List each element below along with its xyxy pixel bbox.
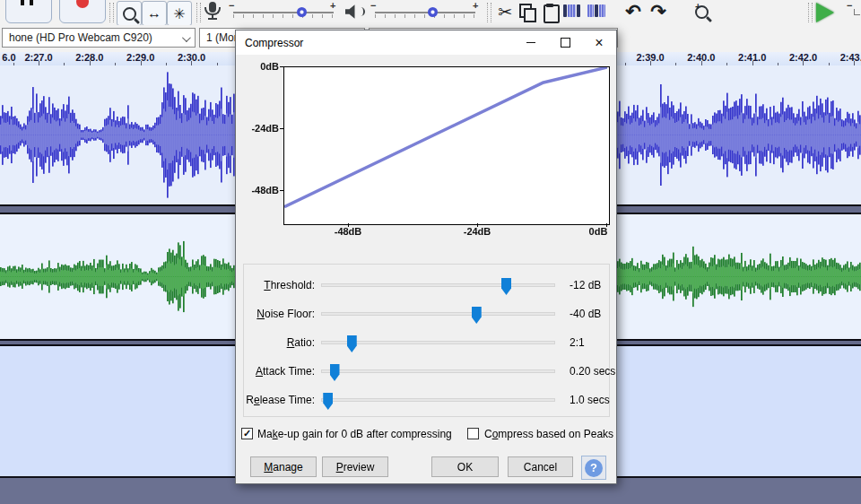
ruler-label: 6.0 (2, 52, 15, 63)
multitool-icon: ✳ (173, 5, 185, 22)
scissors-icon: ✂ (498, 2, 512, 22)
playback-slider-min-label: − (370, 0, 376, 11)
magnifier-icon (123, 7, 136, 21)
plot-x-tick-label: -24dB (464, 226, 491, 237)
recording-device-value: hone (HD Pro Webcam C920) (9, 31, 152, 44)
release-time-label: Release Time: (236, 394, 315, 406)
recording-device-dropdown[interactable]: hone (HD Pro Webcam C920) (2, 28, 196, 48)
dialog-titlebar[interactable]: Compressor × (236, 30, 616, 55)
plot-y-tick (280, 66, 283, 67)
attack-time-value: 0.20 secs (570, 365, 615, 378)
trim-audio-icon (563, 4, 567, 17)
attack-time-slider[interactable] (321, 369, 555, 373)
compressor-dialog: Compressor × Threshold: -12 dB Noise Flo… (235, 30, 617, 484)
silence-audio-icon (587, 4, 594, 17)
partial-slider-stub (854, 9, 860, 15)
playback-slider-ticks (375, 14, 475, 18)
redo-button[interactable]: ↷ (648, 1, 669, 22)
compress-peaks-label: Compress based on Peaks (484, 428, 613, 440)
ratio-value: 2:1 (570, 336, 585, 349)
record-icon (76, 0, 89, 8)
plot-x-tick (348, 223, 349, 227)
playback-volume-slider[interactable] (375, 12, 475, 13)
close-icon: × (595, 36, 603, 50)
chevron-down-icon (182, 33, 191, 42)
plot-y-tick-label: -24dB (239, 123, 279, 134)
microphone-icon (204, 2, 221, 20)
speaker-icon (345, 4, 365, 21)
noise-floor-label: Noise Floor: (236, 308, 315, 320)
maximize-icon (561, 38, 570, 48)
close-button[interactable]: × (582, 30, 616, 55)
toolbar-grip[interactable] (196, 3, 201, 22)
compression-curve-line (284, 67, 607, 207)
help-icon: ? (585, 459, 603, 477)
undo-button[interactable]: ↶ (622, 1, 644, 22)
plot-x-tick (477, 223, 478, 227)
plot-x-tick (606, 223, 607, 227)
manage-button[interactable]: Manage (250, 456, 317, 477)
ruler-label: 2:43.0 (840, 52, 861, 63)
zoom-tool-button[interactable] (117, 1, 142, 26)
threshold-value: -12 dB (570, 279, 601, 291)
minimize-button[interactable] (514, 30, 548, 55)
ratio-slider-thumb[interactable] (347, 335, 357, 352)
play-icon (816, 3, 834, 22)
noise-floor-slider-thumb[interactable] (472, 307, 482, 324)
recording-volume-slider[interactable] (233, 12, 334, 13)
attack-time-label: Attack Time: (236, 365, 315, 378)
release-time-slider[interactable] (321, 398, 555, 402)
cancel-button[interactable]: Cancel (508, 456, 573, 477)
threshold-slider[interactable] (321, 283, 555, 287)
noise-floor-slider[interactable] (321, 312, 555, 316)
compress-peaks-checkbox[interactable] (467, 428, 479, 439)
partial-slider-min-label: − (847, 0, 852, 11)
plot-x-tick-label: -48dB (335, 226, 362, 237)
ok-button[interactable]: OK (431, 456, 499, 477)
play-button[interactable] (816, 3, 834, 22)
zoom-in-button[interactable]: + (691, 1, 712, 22)
main-toolbar: ↔ ✳ − + − + ✂ ↶ ↷ + − ↔ ⊢⊣ − (0, 0, 861, 26)
toolbar-grip[interactable] (808, 3, 813, 22)
transport-glyph-icon (21, 0, 24, 5)
plot-y-tick (280, 128, 283, 129)
transport-glyph-icon (30, 0, 33, 5)
silence-audio-button[interactable] (587, 4, 605, 17)
plot-y-tick-label: -48dB (239, 185, 279, 196)
maximize-button[interactable] (548, 30, 582, 55)
plot-x-tick-label: 0dB (589, 226, 608, 237)
plot-y-tick-label: 0dB (239, 61, 279, 72)
help-button[interactable]: ? (581, 456, 606, 480)
ratio-label: Ratio: (236, 336, 315, 349)
playback-slider-max-label: + (473, 0, 478, 11)
toolbar-grip[interactable] (487, 3, 491, 22)
preview-button[interactable]: Preview (322, 456, 388, 477)
redo-icon: ↷ (650, 1, 666, 22)
cut-button[interactable]: ✂ (495, 2, 515, 22)
timeshift-icon: ↔ (147, 5, 161, 22)
record-button-partial[interactable] (59, 0, 106, 23)
makeup-gain-label: Make-up gain for 0 dB after compressing (257, 428, 452, 440)
compression-curve-plot (283, 66, 610, 225)
noise-floor-value: -40 dB (570, 308, 601, 320)
makeup-gain-checkbox[interactable]: ✓ (241, 428, 253, 439)
threshold-label: Threshold: (236, 279, 315, 291)
multi-tool-button[interactable]: ✳ (167, 1, 192, 26)
paste-button[interactable] (542, 4, 561, 23)
copy-button[interactable] (518, 3, 538, 22)
minimize-icon (526, 42, 535, 43)
recording-slider-ticks (233, 14, 334, 18)
trim-audio-button[interactable] (563, 4, 580, 17)
attack-time-slider-thumb[interactable] (330, 364, 340, 381)
paste-icon (544, 4, 560, 23)
threshold-slider-thumb[interactable] (501, 278, 511, 295)
copy-icon (519, 4, 537, 22)
timeshift-tool-button[interactable]: ↔ (142, 1, 167, 26)
toolbar-grip[interactable] (109, 3, 114, 22)
recording-slider-max-label: + (330, 0, 335, 11)
transport-button-partial[interactable] (5, 0, 52, 23)
playback-volume-thumb[interactable] (428, 7, 438, 17)
ratio-slider[interactable] (321, 341, 555, 344)
release-time-slider-thumb[interactable] (323, 393, 333, 410)
undo-icon: ↶ (625, 1, 641, 22)
